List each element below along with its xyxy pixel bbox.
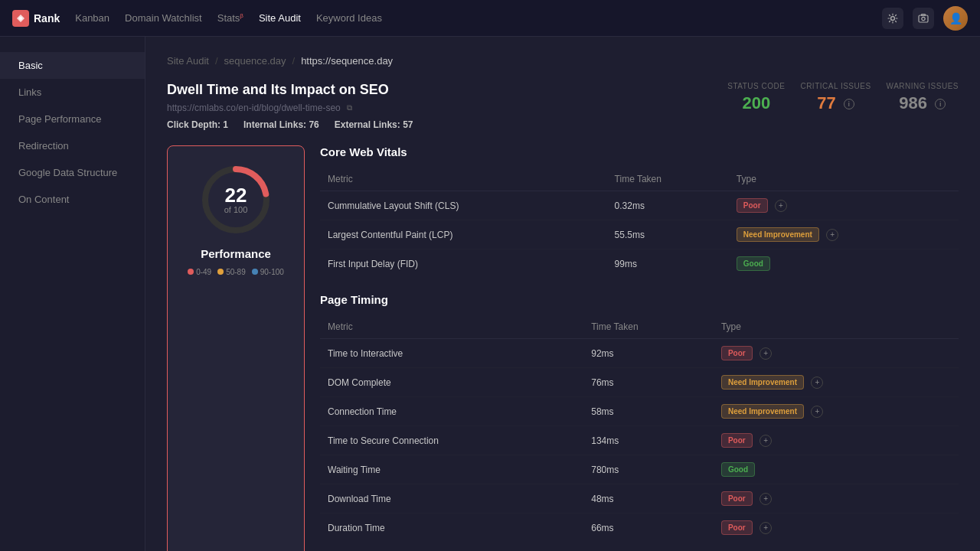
external-link-icon[interactable]: ⧉ [347, 103, 352, 112]
cell-time: 58ms [583, 397, 714, 426]
nav-logo[interactable]: Rank [12, 10, 60, 27]
user-avatar[interactable]: 👤 [943, 6, 968, 31]
page-timing-header: Metric Time Taken Type [320, 315, 959, 339]
page-timing-title: Page Timing [320, 293, 959, 306]
cell-metric: Time to Interactive [320, 339, 583, 368]
type-badge: Poor [737, 198, 768, 213]
core-web-vitals-section: Core Web Vitals Metric Time Taken Type C… [320, 145, 959, 278]
type-badge: Good [721, 462, 755, 477]
svg-point-1 [891, 16, 895, 20]
page-header: Dwell Time and Its Impact on SEO https:/… [167, 82, 959, 130]
table-row: Download Time 48ms Poor + [320, 484, 959, 514]
cell-time: 99ms [607, 249, 729, 279]
status-code-badge: STATUS CODE 200 [727, 82, 785, 113]
breadcrumb-site-audit[interactable]: Site Audit [167, 55, 209, 67]
table-row: Largest Contentful Paint (LCP) 55.5ms Ne… [320, 220, 959, 249]
cell-metric: Download Time [320, 484, 583, 514]
table-row: Connection Time 58ms Need Improvement + [320, 397, 959, 426]
status-badges: STATUS CODE 200 CRITICAL ISSUES 77 i WAR… [727, 82, 959, 113]
logo-text: Rank [34, 12, 60, 24]
badge-action-pt-2[interactable]: + [811, 406, 823, 418]
col-metric: Metric [320, 168, 607, 191]
table-row: First Input Delay (FID) 99ms Good [320, 249, 959, 279]
sidebar-item-redirection[interactable]: Redirection [0, 132, 145, 159]
right-panel: Core Web Vitals Metric Time Taken Type C… [320, 145, 959, 551]
cell-type: Good [714, 455, 959, 484]
cell-time: 0.32ms [607, 191, 729, 220]
nav-item-site-audit[interactable]: Site Audit [259, 9, 301, 27]
type-badge: Need Improvement [721, 404, 804, 419]
sidebar-item-basic[interactable]: Basic [0, 52, 145, 79]
type-badge: Poor [721, 520, 753, 535]
page-info: Dwell Time and Its Impact on SEO https:/… [167, 82, 413, 130]
external-links: External Links: 57 [335, 119, 413, 130]
page-meta: Click Depth: 1 Internal Links: 76 Extern… [167, 119, 413, 130]
cell-type: Need Improvement + [729, 220, 959, 249]
badge-action-pt-1[interactable]: + [811, 377, 823, 389]
nav-item-domain-watchlist[interactable]: Domain Watchlist [125, 9, 202, 27]
cell-metric: Waiting Time [320, 455, 583, 484]
sidebar-item-links[interactable]: Links [0, 79, 145, 106]
badge-action-cwv-0[interactable]: + [775, 200, 787, 212]
badge-action-pt-5[interactable]: + [760, 493, 772, 505]
core-web-vitals-header: Metric Time Taken Type [320, 168, 959, 191]
table-row: Waiting Time 780ms Good [320, 455, 959, 484]
badge-action-pt-6[interactable]: + [760, 522, 772, 534]
cell-time: 55.5ms [607, 220, 729, 249]
badge-action-pt-0[interactable]: + [760, 347, 772, 360]
screenshot-button[interactable] [913, 8, 934, 29]
page-timing-table: Metric Time Taken Type Time to Interacti… [320, 315, 959, 542]
page-title: Dwell Time and Its Impact on SEO [167, 82, 413, 98]
legend-medium: 50-89 [217, 268, 246, 276]
nav-item-kanban[interactable]: Kanban [75, 9, 109, 27]
cell-time: 780ms [583, 455, 714, 484]
performance-label: Performance [201, 247, 271, 260]
cell-type: Need Improvement + [714, 368, 959, 397]
warning-info-icon[interactable]: i [935, 99, 946, 109]
performance-legend: 0-49 50-89 90-100 [188, 268, 284, 276]
page-timing-section: Page Timing Metric Time Taken Type Time … [320, 293, 959, 542]
breadcrumb-sep-1: / [215, 55, 218, 67]
nav-item-stats[interactable]: Statsβ [217, 9, 243, 27]
cell-metric: First Input Delay (FID) [320, 249, 607, 279]
critical-info-icon[interactable]: i [844, 99, 854, 109]
cell-time: 48ms [583, 484, 714, 514]
table-row: Time to Secure Connection 134ms Poor + [320, 426, 959, 455]
core-web-vitals-table: Metric Time Taken Type Cummulative Layou… [320, 168, 959, 278]
legend-dot-poor [188, 269, 194, 275]
col-type-pt: Type [714, 315, 959, 339]
top-navigation: Rank Kanban Domain Watchlist Statsβ Site… [0, 0, 980, 37]
table-row: Time to Interactive 92ms Poor + [320, 339, 959, 368]
legend-dot-medium [217, 269, 224, 275]
type-badge: Need Improvement [721, 375, 804, 390]
performance-score-text: 22 of 100 [224, 185, 248, 214]
cell-time: 92ms [583, 339, 714, 368]
settings-button[interactable] [882, 8, 903, 29]
internal-links: Internal Links: 76 [243, 119, 319, 130]
cell-type: Need Improvement + [714, 397, 959, 426]
nav-item-keyword-ideas[interactable]: Keyword Ideas [316, 9, 382, 27]
sidebar-item-google-data-structure[interactable]: Google Data Structure [0, 159, 145, 186]
sidebar-item-page-performance[interactable]: Page Performance [0, 106, 145, 132]
performance-circle: 22 of 100 [198, 161, 274, 238]
cell-type: Good [729, 249, 959, 279]
logo-icon [12, 10, 29, 27]
legend-poor: 0-49 [188, 268, 211, 276]
badge-action-cwv-1[interactable]: + [826, 229, 838, 241]
breadcrumb: Site Audit / sequence.day / https://sequ… [167, 55, 959, 67]
col-metric-pt: Metric [320, 315, 583, 339]
cell-type: Poor + [729, 191, 959, 220]
sidebar-item-on-content[interactable]: On Content [0, 186, 145, 213]
core-web-vitals-title: Core Web Vitals [320, 145, 959, 158]
cell-type: Poor + [714, 339, 959, 368]
type-badge: Poor [721, 491, 753, 506]
click-depth: Click Depth: 1 [167, 119, 228, 130]
svg-point-3 [922, 17, 925, 20]
breadcrumb-sequence-day[interactable]: sequence.day [224, 55, 286, 67]
performance-card: 22 of 100 Performance 0-49 50-89 90-100 [167, 145, 305, 551]
breadcrumb-url[interactable]: https://sequence.day [301, 55, 393, 67]
badge-action-pt-3[interactable]: + [760, 435, 772, 447]
critical-issues-badge: CRITICAL ISSUES 77 i [800, 82, 871, 113]
cell-metric: Time to Secure Connection [320, 426, 583, 455]
legend-dot-good [252, 269, 258, 275]
